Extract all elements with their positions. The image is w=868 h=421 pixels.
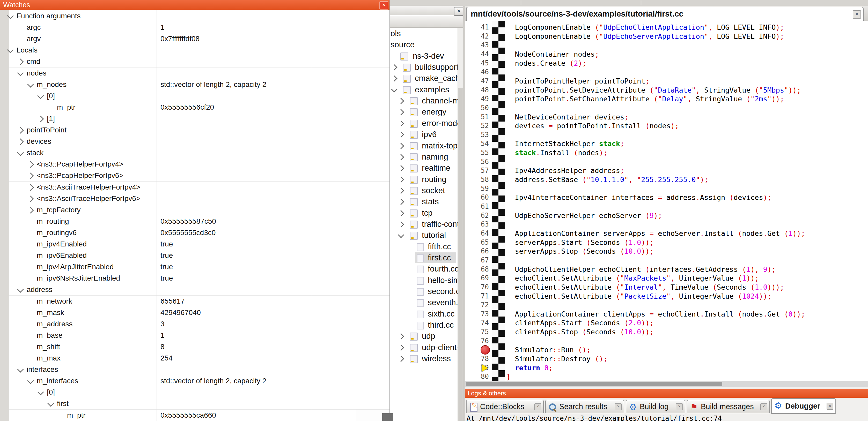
watch-row[interactable]: Function arguments [9, 10, 390, 22]
watch-row[interactable]: m_routing0x555555587c50 [9, 216, 390, 227]
code-line-45[interactable]: nodes.Create (2); [506, 59, 586, 68]
chevron-right-icon[interactable] [398, 165, 404, 171]
tree-item-naming[interactable]: naming [390, 151, 458, 162]
tree-item-third-cc[interactable]: third.cc [390, 319, 458, 330]
chevron-down-icon[interactable] [7, 12, 13, 19]
tree-item-error-model[interactable]: error-model [390, 118, 458, 129]
code-line-60[interactable]: Ipv4InterfaceContainer interfaces = addr… [506, 193, 772, 202]
code-line-75[interactable]: clientApps.Stop (Seconds (10.0)); [506, 327, 654, 336]
tree-item-channel-mod[interactable]: channel-mod [390, 95, 458, 106]
chevron-right-icon[interactable] [17, 138, 24, 145]
chevron-down-icon[interactable] [17, 149, 24, 156]
chevron-right-icon[interactable] [398, 199, 404, 205]
editor-hscrollbar[interactable] [465, 381, 868, 387]
code-line-70[interactable]: echoClient.SetAttribute ("Interval", Tim… [506, 283, 784, 292]
watch-row[interactable]: m_ipv6Enabledtrue [9, 250, 390, 261]
watch-row[interactable]: [0] [9, 387, 390, 398]
code-line-57[interactable]: Ipv4AddressHelper address; [506, 166, 624, 175]
code-line-78[interactable]: Simulator::Destroy (); [506, 354, 608, 363]
watch-row[interactable]: first [9, 398, 390, 410]
watches-titlebar[interactable]: Watches [0, 0, 390, 10]
code-line-64[interactable]: ApplicationContainer serverApps = echoSe… [506, 229, 805, 238]
tree-item-cmake-cache[interactable]: cmake_cache [390, 73, 458, 84]
chevron-right-icon[interactable] [398, 345, 404, 351]
code-line-71[interactable]: echoClient.SetAttribute ("PacketSize", U… [506, 292, 772, 301]
code-line-74[interactable]: clientApps.Start (Seconds (2.0)); [506, 318, 654, 327]
logs-tab-build-log[interactable]: ⚙Build log× [626, 400, 685, 413]
tree-item-hello-simul[interactable]: hello-simul [390, 274, 458, 286]
chevron-right-icon[interactable] [398, 143, 404, 149]
tree-item-realtime[interactable]: realtime [390, 162, 458, 173]
watch-row[interactable]: m_shift8 [9, 341, 390, 353]
chevron-right-icon[interactable] [398, 333, 404, 339]
chevron-down-icon[interactable] [7, 47, 13, 53]
code-editor[interactable]: 41 LogComponentEnable ("UdpEchoClientApp… [465, 21, 868, 381]
chevron-down-icon[interactable] [17, 70, 24, 76]
watch-row[interactable]: nodes [9, 67, 390, 79]
code-line-44[interactable]: NodeContainer nodes; [506, 50, 599, 59]
watch-row[interactable]: m_interfacesstd::vector of length 2, cap… [9, 375, 390, 387]
chevron-down-icon[interactable] [48, 400, 54, 407]
tree-item-udp-client-ser[interactable]: udp-client-ser [390, 342, 458, 353]
watch-row[interactable]: <ns3::PcapHelperForIpv6> [9, 170, 390, 182]
tree-item-second-cc[interactable]: second.cc [390, 286, 458, 297]
editor-hscrollbar-thumb[interactable] [466, 382, 722, 386]
watch-row[interactable]: m_routingv60x5555555cd3c0 [9, 227, 390, 239]
watch-row[interactable]: devices [9, 136, 390, 148]
watch-row[interactable]: pointToPoint [9, 124, 390, 136]
tree-scrollbar-thumb[interactable] [458, 88, 463, 421]
chevron-right-icon[interactable] [398, 154, 404, 160]
watch-row[interactable]: m_ptr0x5555555ca660 [9, 410, 390, 421]
close-icon[interactable]: × [454, 7, 464, 16]
watch-row[interactable]: Locals [9, 44, 390, 56]
watch-row[interactable]: <ns3::AsciiTraceHelperForIpv4> [9, 182, 390, 193]
watch-row[interactable]: [1] [9, 113, 390, 125]
tree-item-ns-3-dev[interactable]: ns-3-dev [390, 51, 458, 62]
code-line-54[interactable]: InternetStackHelper stack; [506, 139, 624, 148]
tree-item-wireless[interactable]: wireless [390, 353, 458, 364]
chevron-right-icon[interactable] [398, 132, 404, 138]
chevron-down-icon[interactable] [27, 377, 34, 384]
tree-item-seventh-cc[interactable]: seventh.cc [390, 297, 458, 308]
tree-item-ipv6[interactable]: ipv6 [390, 129, 458, 140]
chevron-right-icon[interactable] [398, 188, 404, 194]
management-titlebar[interactable] [390, 6, 465, 15]
watch-row[interactable]: m_network655617 [9, 296, 390, 307]
chevron-down-icon[interactable] [398, 232, 404, 238]
watch-row[interactable]: argc1 [9, 22, 390, 33]
chevron-right-icon[interactable] [17, 127, 24, 133]
tree-item-routing[interactable]: routing [390, 174, 458, 185]
watch-row[interactable]: argv0x7fffffffdf08 [9, 33, 390, 45]
watch-row[interactable]: stack [9, 147, 390, 159]
code-line-79[interactable]: return 0; [506, 363, 553, 373]
tree-item-first-cc[interactable]: first.cc [390, 252, 458, 263]
logs-tab-build-messages[interactable]: ⚑Build messages× [687, 400, 770, 413]
tree-item-energy[interactable]: energy [390, 106, 458, 118]
watch-row[interactable]: <ns3::AsciiTraceHelperForIpv6> [9, 193, 390, 204]
code-line-69[interactable]: echoClient.SetAttribute ("MaxPackets", U… [506, 273, 759, 283]
chevron-down-icon[interactable] [37, 389, 44, 395]
tree-item-udp[interactable]: udp [390, 330, 458, 342]
code-line-73[interactable]: ApplicationContainer clientApps = echoCl… [506, 310, 805, 319]
code-line-68[interactable]: UdpEchoClientHelper echoClient (interfac… [506, 265, 776, 274]
close-icon[interactable]: × [760, 403, 767, 410]
chevron-right-icon[interactable] [398, 176, 404, 183]
logs-tab-debugger[interactable]: ⚙Debugger× [771, 398, 836, 414]
tree-item-source[interactable]: source [390, 39, 458, 50]
close-icon[interactable]: × [676, 403, 683, 410]
code-line-52[interactable]: devices = pointToPoint.Install (nodes); [506, 121, 679, 130]
close-icon[interactable]: × [615, 403, 622, 410]
management-tabstrip[interactable] [390, 16, 465, 28]
tree-item-traffic-contro[interactable]: traffic-contro [390, 219, 458, 230]
code-line-49[interactable]: pointToPoint.SetChannelAttribute ("Delay… [506, 94, 784, 103]
chevron-right-icon[interactable] [391, 64, 397, 71]
watch-row[interactable]: m_ipv4ArpJitterEnabledtrue [9, 261, 390, 273]
logs-tab-search-results[interactable]: Search results× [545, 400, 624, 413]
watch-row[interactable]: m_ipv4Enabledtrue [9, 238, 390, 250]
watch-row[interactable]: address [9, 284, 390, 296]
code-line-58[interactable]: address.SetBase ("10.1.1.0", "255.255.25… [506, 175, 708, 184]
logs-panel-title[interactable]: Logs & others [465, 389, 868, 398]
code-line-80[interactable]: } [506, 372, 510, 381]
chevron-right-icon[interactable] [27, 207, 34, 213]
chevron-right-icon[interactable] [27, 195, 34, 202]
